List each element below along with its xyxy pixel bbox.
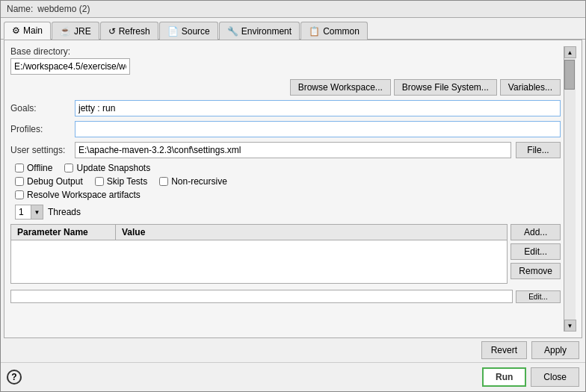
user-settings-input[interactable]: [75, 142, 511, 158]
dialog: Name: webdemo (2) ⚙ Main ☕ JRE ↺ Refresh…: [0, 0, 586, 392]
close-button[interactable]: Close: [531, 367, 579, 387]
browse-filesystem-button[interactable]: Browse File System...: [394, 79, 497, 96]
profiles-input[interactable]: [75, 121, 561, 137]
table-header: Parameter Name Value: [11, 225, 507, 240]
browse-workspace-button[interactable]: Browse Workspace...: [290, 79, 391, 96]
skip-tests-label: Skip Tests: [107, 176, 147, 187]
user-settings-row: User settings: File...: [10, 142, 561, 158]
profiles-row: Profiles:: [10, 121, 561, 137]
non-recursive-label: Non-recursive: [171, 176, 227, 187]
profiles-label: Profiles:: [10, 124, 70, 134]
tab-source[interactable]: 📄 Source: [159, 22, 218, 40]
add-button[interactable]: Add...: [511, 224, 561, 240]
main-content: Base directory: Browse Workspace... Brow…: [10, 46, 564, 332]
tab-jre-label: JRE: [74, 26, 91, 37]
footer-left: ?: [7, 370, 22, 385]
goals-label: Goals:: [10, 103, 70, 113]
goals-row: Goals:: [10, 100, 561, 116]
scrollbar[interactable]: ▲ ▼: [564, 46, 576, 332]
col-param-name: Parameter Name: [11, 225, 116, 240]
goals-input[interactable]: [75, 100, 561, 116]
browse-buttons-row: Browse Workspace... Browse File System..…: [10, 79, 561, 96]
scroll-down-button[interactable]: ▼: [564, 320, 576, 332]
dialog-footer: ? Run Close: [1, 362, 585, 391]
dialog-title: webdemo (2): [37, 4, 90, 14]
scroll-track: [564, 58, 576, 320]
tab-common[interactable]: 📋 Common: [300, 22, 368, 40]
threads-dropdown[interactable]: 1 ▼: [15, 205, 43, 220]
truncated-button[interactable]: Edit...: [516, 290, 561, 303]
tab-bar: ⚙ Main ☕ JRE ↺ Refresh 📄 Source 🔧 Enviro…: [1, 18, 585, 40]
debug-output-label: Debug Output: [27, 176, 83, 187]
table-action-buttons: Add... Edit... Remove: [511, 224, 561, 284]
main-tab-icon: ⚙: [12, 25, 20, 36]
scroll-up-button[interactable]: ▲: [564, 46, 576, 58]
edit-button[interactable]: Edit...: [511, 243, 561, 260]
debug-output-checkbox-item: Debug Output: [15, 176, 83, 187]
update-snapshots-label: Update Snapshots: [76, 163, 150, 173]
remove-button[interactable]: Remove: [511, 263, 561, 279]
resolve-workspace-label: Resolve Workspace artifacts: [27, 190, 141, 200]
threads-row: 1 ▼ Threads: [15, 205, 561, 220]
update-snapshots-checkbox-item: Update Snapshots: [64, 163, 150, 173]
threads-dropdown-arrow[interactable]: ▼: [31, 205, 43, 219]
resolve-workspace-checkbox-item: Resolve Workspace artifacts: [15, 190, 141, 200]
resolve-workspace-checkbox[interactable]: [15, 190, 24, 199]
help-icon[interactable]: ?: [7, 370, 22, 385]
non-recursive-checkbox[interactable]: [159, 177, 168, 186]
jre-tab-icon: ☕: [60, 26, 71, 37]
scroll-thumb[interactable]: [564, 60, 575, 90]
bottom-truncated-row: Edit...: [10, 288, 561, 305]
content-area: Base directory: Browse Workspace... Brow…: [4, 40, 582, 338]
table-body: [11, 240, 507, 283]
debug-output-checkbox[interactable]: [15, 177, 24, 186]
refresh-tab-icon: ↺: [108, 26, 116, 37]
source-tab-icon: 📄: [167, 26, 179, 37]
common-tab-icon: 📋: [309, 26, 320, 37]
tab-jre[interactable]: ☕ JRE: [52, 22, 99, 40]
title-bar: Name: webdemo (2): [1, 1, 585, 18]
footer-right: Run Close: [482, 367, 579, 387]
tab-refresh[interactable]: ↺ Refresh: [100, 22, 158, 40]
checkbox-row-3: Resolve Workspace artifacts: [15, 190, 561, 200]
tab-environment[interactable]: 🔧 Environment: [219, 22, 300, 40]
dialog-body: ⚙ Main ☕ JRE ↺ Refresh 📄 Source 🔧 Enviro…: [1, 18, 585, 391]
parameter-table-section: Parameter Name Value Add... Edit... Remo…: [10, 224, 561, 284]
offline-checkbox[interactable]: [15, 164, 24, 172]
name-label: Name:: [7, 4, 33, 14]
run-button[interactable]: Run: [482, 367, 526, 387]
truncated-input[interactable]: [10, 290, 513, 303]
tab-environment-label: Environment: [241, 26, 292, 37]
base-dir-section: Base directory:: [10, 46, 561, 75]
offline-checkbox-item: Offline: [15, 163, 52, 173]
non-recursive-checkbox-item: Non-recursive: [159, 176, 227, 187]
update-snapshots-checkbox[interactable]: [64, 164, 73, 172]
checkboxes-section: Offline Update Snapshots Debug Output: [15, 163, 561, 200]
base-dir-label: Base directory:: [10, 46, 561, 57]
variables-button[interactable]: Variables...: [500, 79, 561, 96]
offline-label: Offline: [27, 163, 52, 173]
tab-source-label: Source: [182, 26, 210, 37]
tab-refresh-label: Refresh: [119, 26, 150, 37]
threads-label: Threads: [48, 207, 81, 217]
parameter-table: Parameter Name Value: [10, 224, 508, 284]
tab-main-label: Main: [23, 25, 43, 36]
threads-value: 1: [16, 207, 31, 217]
checkbox-row-2: Debug Output Skip Tests Non-recursive: [15, 176, 561, 187]
tab-common-label: Common: [323, 26, 360, 37]
skip-tests-checkbox-item: Skip Tests: [95, 176, 147, 187]
col-value-name: Value: [116, 225, 507, 240]
skip-tests-checkbox[interactable]: [95, 177, 104, 186]
checkbox-row-1: Offline Update Snapshots: [15, 163, 561, 173]
file-button[interactable]: File...: [516, 142, 561, 158]
user-settings-label: User settings:: [10, 145, 70, 155]
apply-button[interactable]: Apply: [531, 341, 579, 359]
revert-apply-row: Revert Apply: [1, 338, 585, 362]
environment-tab-icon: 🔧: [227, 26, 238, 37]
revert-button[interactable]: Revert: [481, 341, 527, 359]
base-dir-input[interactable]: [10, 58, 130, 75]
tab-main[interactable]: ⚙ Main: [4, 22, 51, 40]
